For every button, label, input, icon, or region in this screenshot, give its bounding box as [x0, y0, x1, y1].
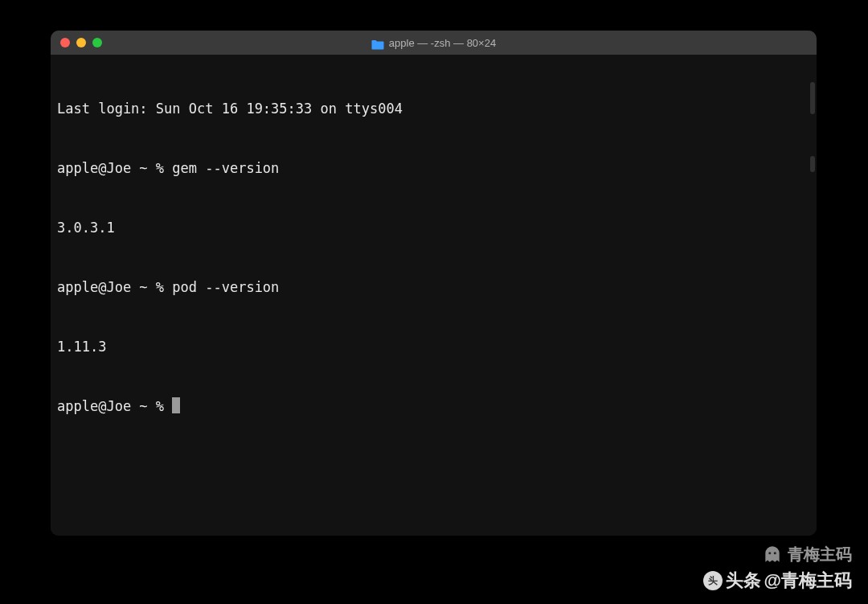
title-center: apple — -zsh — 80×24 [51, 31, 817, 55]
maximize-button[interactable] [92, 38, 102, 47]
minimize-button[interactable] [76, 38, 86, 47]
scrollbar[interactable] [810, 156, 815, 172]
watermark-bottom: 头 头条 @青梅主码 [703, 569, 852, 593]
window-title: apple — -zsh — 80×24 [389, 37, 496, 49]
terminal-body[interactable]: Last login: Sun Oct 16 19:35:33 on ttys0… [51, 55, 817, 536]
terminal-line: apple@Joe ~ % pod --version [57, 277, 810, 298]
terminal-window: apple — -zsh — 80×24 Last login: Sun Oct… [51, 31, 817, 536]
watermark-bottom-text: @青梅主码 [764, 569, 852, 593]
terminal-prompt: apple@Joe ~ % [57, 398, 172, 414]
ghost-icon [762, 544, 783, 565]
terminal-line: 1.11.3 [57, 337, 810, 357]
close-button[interactable] [60, 38, 70, 47]
terminal-prompt-line: apple@Joe ~ % [57, 397, 810, 417]
scrollbar[interactable] [810, 82, 815, 114]
watermark: 青梅主码 头 头条 @青梅主码 [703, 544, 852, 593]
terminal-line: apple@Joe ~ % gem --version [57, 158, 810, 179]
watermark-top-text: 青梅主码 [788, 544, 852, 565]
title-bar[interactable]: apple — -zsh — 80×24 [51, 31, 817, 55]
svg-point-0 [768, 552, 771, 554]
svg-point-1 [774, 552, 776, 554]
folder-icon [371, 38, 384, 48]
watermark-top: 青梅主码 [762, 544, 852, 565]
head-icon: 头 [703, 571, 723, 590]
watermark-bottom-prefix: 头条 [726, 569, 761, 593]
terminal-line: 3.0.3.1 [57, 218, 810, 238]
cursor [172, 397, 180, 413]
terminal-line: Last login: Sun Oct 16 19:35:33 on ttys0… [57, 99, 810, 119]
traffic-lights [51, 38, 102, 47]
